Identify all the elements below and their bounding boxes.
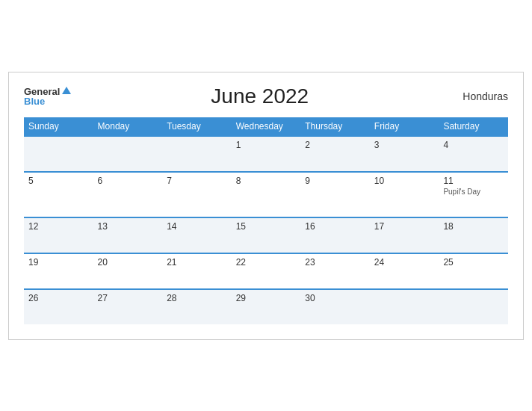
day-number: 27 [98, 293, 158, 303]
calendar-cell: 5 [24, 172, 93, 217]
day-number: 14 [167, 221, 227, 232]
day-number: 4 [443, 140, 504, 150]
day-number: 26 [28, 293, 89, 303]
calendar-cell: 18 [439, 217, 508, 253]
day-number: 3 [374, 140, 435, 150]
day-number: 2 [305, 140, 365, 150]
calendar-cell: 15 [232, 217, 301, 253]
weekday-header-friday: Friday [370, 117, 439, 136]
day-number: 12 [28, 221, 89, 232]
calendar-week-row: 2627282930 [24, 289, 508, 324]
calendar-cell: 20 [93, 253, 163, 289]
day-number: 20 [98, 257, 158, 268]
calendar-cell: 26 [24, 289, 93, 324]
calendar-cell: 29 [232, 289, 301, 324]
calendar-cell: 4 [439, 136, 508, 172]
calendar-cell: 27 [93, 289, 163, 324]
calendar-cell: 10 [370, 172, 439, 217]
day-number: 19 [28, 257, 89, 268]
weekday-header-saturday: Saturday [439, 117, 508, 136]
calendar-cell: 17 [370, 217, 439, 253]
calendar-cell: 1 [232, 136, 301, 172]
day-number: 7 [167, 176, 227, 186]
weekday-header-monday: Monday [93, 117, 163, 136]
calendar-week-row: 1234 [24, 136, 508, 172]
calendar-cell: 14 [162, 217, 232, 253]
day-number: 15 [236, 221, 297, 232]
calendar-cell: 23 [300, 253, 370, 289]
day-number: 16 [305, 221, 365, 232]
calendar-table: SundayMondayTuesdayWednesdayThursdayFrid… [24, 117, 508, 324]
weekday-header-tuesday: Tuesday [162, 117, 232, 136]
calendar-week-row: 19202122232425 [24, 253, 508, 289]
calendar-cell [93, 136, 163, 172]
calendar-cell: 2 [300, 136, 370, 172]
calendar-cell: 21 [162, 253, 232, 289]
calendar-cell: 24 [370, 253, 439, 289]
calendar-cell: 6 [93, 172, 163, 217]
day-number: 22 [236, 257, 297, 268]
calendar-cell: 13 [93, 217, 163, 253]
day-number: 29 [236, 293, 297, 303]
calendar-cell: 30 [300, 289, 370, 324]
calendar-cell: 16 [300, 217, 370, 253]
calendar-cell: 8 [232, 172, 301, 217]
calendar-cell [24, 136, 93, 172]
day-number: 24 [374, 257, 435, 268]
day-number: 6 [98, 176, 158, 186]
calendar-cell: 7 [162, 172, 232, 217]
calendar-cell: 25 [439, 253, 508, 289]
logo-blue-text: Blue [24, 96, 71, 106]
calendar-container: General Blue June 2022 Honduras SundayMo… [8, 72, 524, 340]
calendar-cell: 22 [232, 253, 301, 289]
day-number: 10 [374, 176, 435, 186]
calendar-cell [370, 289, 439, 324]
logo-general-text: General [24, 87, 71, 96]
day-number: 18 [443, 221, 504, 232]
calendar-title: June 2022 [71, 84, 448, 108]
logo-triangle-icon [62, 87, 71, 94]
day-number: 11 [443, 176, 504, 186]
holiday-label: Pupil's Day [443, 188, 504, 196]
day-number: 8 [236, 176, 297, 186]
day-number: 13 [98, 221, 158, 232]
calendar-week-row: 567891011Pupil's Day [24, 172, 508, 217]
day-number: 17 [374, 221, 435, 232]
weekday-header-row: SundayMondayTuesdayWednesdayThursdayFrid… [24, 117, 508, 136]
calendar-cell: 28 [162, 289, 232, 324]
day-number: 28 [167, 293, 227, 303]
calendar-week-row: 12131415161718 [24, 217, 508, 253]
calendar-cell: 12 [24, 217, 93, 253]
calendar-cell [439, 289, 508, 324]
weekday-header-thursday: Thursday [300, 117, 370, 136]
calendar-cell [162, 136, 232, 172]
day-number: 9 [305, 176, 365, 186]
weekday-header-sunday: Sunday [24, 117, 93, 136]
day-number: 5 [28, 176, 89, 186]
calendar-cell: 11Pupil's Day [439, 172, 508, 217]
country-label: Honduras [448, 90, 508, 102]
logo: General Blue [24, 87, 71, 106]
day-number: 30 [305, 293, 365, 303]
day-number: 1 [236, 140, 297, 150]
day-number: 25 [443, 257, 504, 268]
weekday-header-wednesday: Wednesday [232, 117, 301, 136]
calendar-cell: 9 [300, 172, 370, 217]
calendar-cell: 3 [370, 136, 439, 172]
calendar-cell: 19 [24, 253, 93, 289]
day-number: 21 [167, 257, 227, 268]
day-number: 23 [305, 257, 365, 268]
calendar-header: General Blue June 2022 Honduras [24, 84, 508, 108]
